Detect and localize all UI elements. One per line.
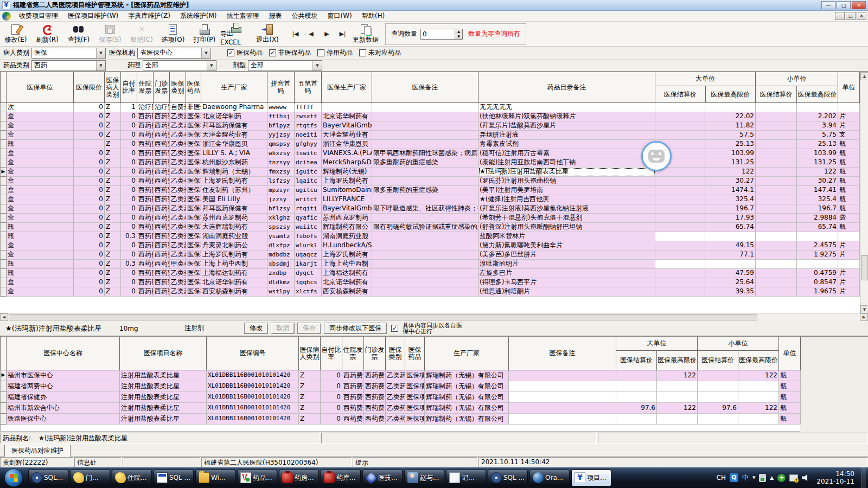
show-desktop-button[interactable]: [861, 467, 866, 488]
taskbar-item-drugstore[interactable]: 药库...: [321, 470, 361, 486]
taskbar-item-project-active[interactable]: ¥项目...: [571, 470, 611, 486]
column-header[interactable]: 医保类别: [386, 337, 405, 370]
refresh-button[interactable]: 刷新(R): [31, 22, 63, 46]
nav-prev-button[interactable]: ◀: [303, 23, 319, 45]
detail-cancel-button[interactable]: 取消: [271, 323, 295, 334]
taskbar-item-user[interactable]: 赵与...: [404, 470, 444, 486]
row-selector[interactable]: [1, 214, 7, 223]
column-header[interactable]: 医保病人类别: [105, 72, 121, 103]
checkbox[interactable]: ✓: [359, 49, 366, 56]
table-row[interactable]: 福州市新农合中心 注射用盐酸表柔比星 XL01DBB116B0010101014…: [0, 403, 800, 414]
table-row[interactable]: 盒 0 Z 0 西药费 西药费 乙类药 医保项 LILLY S. A.; VIA…: [0, 149, 868, 158]
dropdown-button[interactable]: ▼: [207, 61, 216, 70]
table-row[interactable]: ▶ 福州市医保中心 注射用盐酸表柔比星 XL01DBB116B001010101…: [0, 370, 800, 381]
mdi-minimize-button[interactable]: —: [835, 12, 845, 20]
detail-edit-button[interactable]: 修改: [244, 323, 268, 334]
scroll-right-button[interactable]: ▶: [860, 313, 868, 321]
taskbar-item-notepad[interactable]: 记...: [446, 470, 486, 486]
column-header[interactable]: 医保项目名称: [120, 337, 207, 370]
row-selector[interactable]: [1, 177, 7, 186]
table-row[interactable]: 盒 0 Z 0 西药费 西药费 乙类药 医保项 拜耳医药保健有 bflpyz r…: [0, 121, 868, 131]
column-header[interactable]: 自付比率: [121, 72, 137, 103]
table-row[interactable]: 瓶 0 Z 0 西药费 西药费 乙类药 医保项 大连辉瑞制药有 spszsy w…: [0, 223, 868, 232]
table-row[interactable]: 盒 0 Z 0 西药费 西药费 乙类药 医保项 丹麦灵北制药公 dlxfpz w…: [0, 241, 868, 251]
column-header[interactable]: 医保限价: [74, 72, 105, 103]
column-header[interactable]: 医保最高限价: [738, 351, 779, 370]
scroll-up-button[interactable]: ▲: [860, 72, 868, 80]
sync-checkbox[interactable]: ✓: [391, 325, 398, 332]
mdi-close-button[interactable]: ✕: [857, 12, 866, 20]
table-row[interactable]: 次 0 Z 1 治疗费 治疗费 自费药 非医保 Daewoong Pharma …: [0, 103, 868, 112]
column-header[interactable]: 医保中心名称: [7, 337, 120, 370]
checkbox[interactable]: ✓: [227, 49, 234, 56]
row-selector[interactable]: [1, 121, 7, 131]
column-header[interactable]: 拼音首码: [267, 72, 295, 103]
row-selector[interactable]: [1, 195, 7, 204]
scroll-down-button[interactable]: ▼: [860, 305, 868, 313]
row-selector[interactable]: [1, 103, 7, 112]
table-row[interactable]: 盒 0 Z 0 西药费 西药费 乙类药 医保项 住友制药（苏州） mpzsyr …: [0, 186, 868, 195]
row-selector[interactable]: [1, 204, 7, 214]
antivirus-tray-icon[interactable]: +: [777, 474, 786, 482]
taskbar-item-inpatient[interactable]: 住院...: [112, 470, 152, 486]
taskbar-item-pharmacy[interactable]: 药房...: [279, 470, 319, 486]
menu-item[interactable]: 公共模块: [287, 11, 323, 21]
menu-item[interactable]: 窗口(W): [323, 11, 357, 21]
column-header[interactable]: 药品目录备注: [478, 72, 655, 103]
start-button[interactable]: [4, 468, 23, 487]
taskbar-clock[interactable]: 14:50 2021-10-11: [816, 470, 854, 485]
maximize-button[interactable]: □: [837, 1, 851, 9]
table-row[interactable]: 福建省两费中心 注射用盐酸表柔比星 XL01DBB116B00101010142…: [0, 381, 800, 392]
row-selector[interactable]: [1, 241, 7, 251]
table-row[interactable]: 福建省保健办 注射用盐酸表柔比星 XL01DBB116B001010101420…: [0, 392, 800, 403]
scroll-left-button[interactable]: ◀: [0, 313, 8, 321]
column-header[interactable]: 医保类别: [170, 72, 186, 103]
row-selector[interactable]: [1, 232, 7, 241]
column-header[interactable]: 自付比率: [321, 337, 342, 370]
query-count-value[interactable]: 0: [421, 29, 455, 39]
dropdown-button[interactable]: ▼: [201, 48, 210, 58]
row-selector[interactable]: [1, 381, 7, 392]
checkbox[interactable]: ✓: [269, 49, 276, 56]
speaker-icon[interactable]: [802, 474, 809, 481]
table-row[interactable]: 瓶 0 Z 0 西药费 西药费 乙类药 医保项 上海福达制药有 zxdbp dy…: [0, 269, 868, 278]
table-row[interactable]: 盒 0 Z 0 西药费 西药费 乙类药 医保项 杭州默沙东制药 tnzsyy d…: [0, 158, 868, 168]
ime-dropdown-icon[interactable]: ▼: [752, 476, 755, 480]
insurance-org-select[interactable]: 省医保中心 ▼: [137, 48, 211, 59]
table-row[interactable]: 盒 0 Z 0 西药费 西药费 乙类药 医保项 北京诺华制药有 dldkmz t…: [0, 278, 868, 287]
column-header[interactable]: 生产厂家: [201, 72, 267, 103]
spin-up-button[interactable]: ▲: [455, 29, 462, 34]
table-row[interactable]: 盒 0 Z 0 西药费 西药费 乙类药 医保项 西安杨森制药有 wstlpy x…: [0, 287, 868, 297]
menu-item[interactable]: 字典库维护(Z): [123, 11, 175, 21]
cancel-button[interactable]: 取消(C): [126, 22, 157, 46]
update-data-button[interactable]: 更新数据: [350, 22, 381, 46]
taskbar-item-oracle[interactable]: Ora...: [529, 470, 570, 486]
mdi-restore-button[interactable]: □: [846, 12, 856, 20]
row-selector[interactable]: [1, 392, 7, 403]
table-row[interactable]: ▶ 盒 0 Z 0 西药费 西药费 乙类药 医保项 辉瑞制药（无锡） fmxzs…: [0, 168, 868, 177]
row-selector[interactable]: ▶: [1, 168, 7, 177]
taskbar-item-medtech[interactable]: 医技...: [362, 470, 403, 486]
menu-item[interactable]: 收费项目管理: [14, 11, 63, 21]
row-selector[interactable]: [1, 403, 7, 414]
table-row[interactable]: 瓶 Z 0 西药费 西药费 乙类药 医保项 浙江金华康恩贝 qmspsy gfg…: [0, 140, 868, 149]
column-header[interactable]: 医保病人类别: [299, 337, 321, 370]
column-header[interactable]: 医保单位: [7, 72, 74, 103]
column-header[interactable]: 门诊发票: [154, 72, 170, 103]
menu-item[interactable]: 医保项目维护(W): [63, 11, 123, 21]
column-header[interactable]: 医保结算价: [655, 86, 706, 103]
column-header[interactable]: 医保结算价: [616, 351, 657, 370]
exit-button[interactable]: 退出(X): [252, 22, 283, 46]
row-selector[interactable]: [1, 158, 7, 168]
column-header[interactable]: 住院发票: [137, 72, 154, 103]
row-selector[interactable]: [1, 140, 7, 149]
column-header[interactable]: 单位: [838, 72, 860, 103]
taskbar-item-windows[interactable]: Wi...: [195, 470, 235, 486]
row-selector[interactable]: [1, 149, 7, 158]
menu-item[interactable]: 系统维护(M): [175, 11, 222, 21]
dosage-form-select[interactable]: 全部 ▼: [248, 60, 322, 71]
detail-save-button[interactable]: 保存: [297, 323, 321, 334]
edit-button[interactable]: 修改(E): [0, 22, 31, 46]
column-header[interactable]: 五笔首码: [295, 72, 322, 103]
column-header[interactable]: 医保最高限价: [706, 86, 756, 103]
